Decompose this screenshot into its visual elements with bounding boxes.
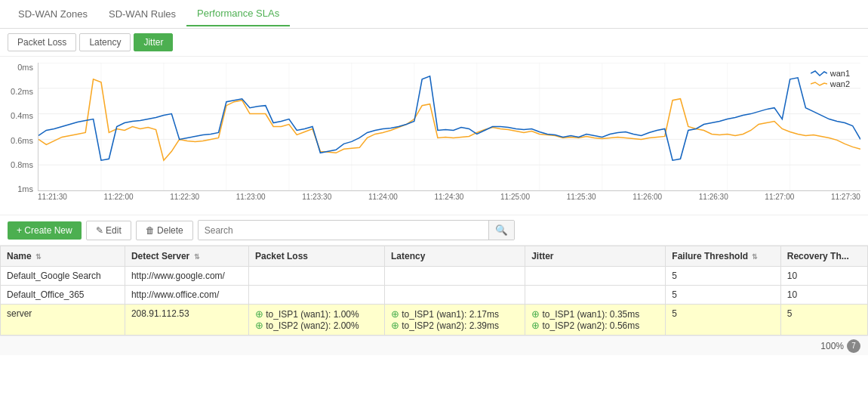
cell-name-3: server bbox=[1, 305, 125, 336]
x-label-4: 11:23:30 bbox=[302, 193, 331, 201]
col-recovery-threshold: Recovery Th... bbox=[780, 246, 867, 267]
chart-svg bbox=[38, 63, 860, 190]
col-failure-threshold: Failure Threshold ⇅ bbox=[666, 246, 780, 267]
search-input[interactable] bbox=[199, 221, 488, 240]
bottom-bar: 100% 7 bbox=[0, 336, 868, 355]
cell-jitter-3: ⊕ to_ISP1 (wan1): 0.35ms ⊕ to_ISP2 (wan2… bbox=[525, 305, 666, 336]
up-icon-1: ⊕ bbox=[255, 308, 263, 320]
legend-wan1-label: wan1 bbox=[830, 69, 850, 78]
y-label-02ms: 0.2ms bbox=[11, 87, 33, 96]
tab-latency[interactable]: Latency bbox=[79, 33, 131, 51]
legend-wan2-label: wan2 bbox=[830, 79, 850, 88]
data-table-wrap: Name ⇅ Detect Server ⇅ Packet Loss Laten… bbox=[0, 246, 868, 336]
x-label-3: 11:23:00 bbox=[236, 193, 266, 201]
y-label-1ms: 1ms bbox=[17, 184, 33, 193]
col-packet-loss: Packet Loss bbox=[248, 246, 384, 267]
x-label-7: 11:25:00 bbox=[500, 193, 530, 201]
table-header-row: Name ⇅ Detect Server ⇅ Packet Loss Laten… bbox=[1, 246, 868, 267]
cell-recovery-1: 10 bbox=[780, 267, 867, 286]
x-label-10: 11:26:30 bbox=[699, 193, 728, 201]
cell-name-1: Default_Google Search bbox=[1, 267, 125, 286]
cell-recovery-3: 5 bbox=[780, 305, 867, 336]
cell-failure-2: 5 bbox=[666, 286, 780, 305]
tab-jitter[interactable]: Jitter bbox=[134, 33, 173, 51]
cell-detect-server-2: http://www.office.com/ bbox=[125, 286, 248, 305]
table-row: Default_Office_365 http://www.office.com… bbox=[1, 286, 868, 305]
cell-name-2: Default_Office_365 bbox=[1, 286, 125, 305]
up-icon-3: ⊕ bbox=[391, 308, 399, 320]
y-label-08ms: 0.8ms bbox=[11, 160, 33, 169]
data-table: Name ⇅ Detect Server ⇅ Packet Loss Laten… bbox=[0, 246, 868, 336]
cell-latency-2 bbox=[384, 286, 525, 305]
cell-failure-3: 5 bbox=[666, 305, 780, 336]
cell-packet-loss-2 bbox=[248, 286, 384, 305]
up-icon-5: ⊕ bbox=[531, 308, 540, 320]
up-icon-6: ⊕ bbox=[531, 320, 540, 331]
y-label-06ms: 0.6ms bbox=[11, 136, 33, 145]
nav-performance-slas[interactable]: Performance SLAs bbox=[186, 2, 290, 26]
x-label-0: 11:21:30 bbox=[38, 193, 67, 201]
col-detect-server: Detect Server ⇅ bbox=[125, 246, 248, 267]
cell-latency-1 bbox=[384, 267, 525, 286]
chart-area: wan1 wan2 bbox=[38, 63, 860, 191]
cell-detect-server-3: 208.91.112.53 bbox=[125, 305, 248, 336]
packet-loss-isp1: ⊕ to_ISP1 (wan1): 1.00% bbox=[255, 308, 378, 320]
cell-packet-loss-1 bbox=[248, 267, 384, 286]
cell-latency-3: ⊕ to_ISP1 (wan1): 2.17ms ⊕ to_ISP2 (wan2… bbox=[384, 305, 525, 336]
create-new-button[interactable]: + Create New bbox=[8, 221, 82, 240]
table-row: Default_Google Search http://www.google.… bbox=[1, 267, 868, 286]
col-jitter: Jitter bbox=[525, 246, 666, 267]
sort-icon-detect: ⇅ bbox=[194, 253, 200, 261]
x-label-1: 11:22:00 bbox=[104, 193, 134, 201]
cell-recovery-2: 10 bbox=[780, 286, 867, 305]
delete-button[interactable]: 🗑 Delete bbox=[136, 221, 193, 240]
chart-legend: wan1 wan2 bbox=[811, 69, 850, 90]
chart-x-axis: 11:21:30 11:22:00 11:22:30 11:23:00 11:2… bbox=[38, 193, 860, 201]
cell-jitter-1 bbox=[525, 267, 666, 286]
latency-isp1: ⊕ to_ISP1 (wan1): 2.17ms bbox=[391, 308, 519, 320]
zoom-badge: 7 bbox=[847, 339, 860, 353]
x-label-6: 11:24:30 bbox=[434, 193, 463, 201]
y-label-0ms: 0ms bbox=[17, 63, 33, 72]
cell-jitter-2 bbox=[525, 286, 666, 305]
sort-icon-failure: ⇅ bbox=[752, 253, 758, 261]
chart-y-axis: 1ms 0.8ms 0.6ms 0.4ms 0.2ms 0ms bbox=[0, 63, 36, 193]
x-label-12: 11:27:30 bbox=[831, 193, 860, 201]
search-button[interactable]: 🔍 bbox=[488, 221, 514, 240]
col-name: Name ⇅ bbox=[1, 246, 125, 267]
cell-detect-server-1: http://www.google.com/ bbox=[125, 267, 248, 286]
chart-container: 1ms 0.8ms 0.6ms 0.4ms 0.2ms 0ms bbox=[0, 57, 868, 215]
x-label-9: 11:26:00 bbox=[633, 193, 662, 201]
nav-sd-wan-zones[interactable]: SD-WAN Zones bbox=[8, 2, 98, 26]
table-row-highlighted: server 208.91.112.53 ⊕ to_ISP1 (wan1): 1… bbox=[1, 305, 868, 336]
edit-button[interactable]: ✎ Edit bbox=[86, 221, 131, 240]
sort-icon-name: ⇅ bbox=[35, 253, 42, 261]
legend-wan1: wan1 bbox=[811, 69, 850, 78]
x-label-8: 11:25:30 bbox=[567, 193, 596, 201]
jitter-isp1: ⊕ to_ISP1 (wan1): 0.35ms bbox=[531, 308, 659, 320]
tab-packet-loss[interactable]: Packet Loss bbox=[8, 33, 76, 51]
up-icon-2: ⊕ bbox=[255, 320, 263, 331]
y-label-04ms: 0.4ms bbox=[11, 111, 33, 120]
search-box: 🔍 bbox=[198, 220, 515, 240]
toolbar: + Create New ✎ Edit 🗑 Delete 🔍 bbox=[0, 215, 868, 246]
cell-failure-1: 5 bbox=[666, 267, 780, 286]
top-nav: SD-WAN Zones SD-WAN Rules Performance SL… bbox=[0, 0, 868, 29]
col-latency: Latency bbox=[384, 246, 525, 267]
x-label-2: 11:22:30 bbox=[170, 193, 199, 201]
latency-isp2: ⊕ to_ISP2 (wan2): 2.39ms bbox=[391, 320, 519, 331]
search-icon: 🔍 bbox=[495, 224, 508, 236]
zoom-level: 100% bbox=[820, 341, 844, 351]
nav-sd-wan-rules[interactable]: SD-WAN Rules bbox=[98, 2, 186, 26]
tab-bar: Packet Loss Latency Jitter bbox=[0, 29, 868, 57]
legend-wan2: wan2 bbox=[811, 79, 850, 88]
jitter-isp2: ⊕ to_ISP2 (wan2): 0.56ms bbox=[531, 320, 659, 331]
cell-packet-loss-3: ⊕ to_ISP1 (wan1): 1.00% ⊕ to_ISP2 (wan2)… bbox=[248, 305, 384, 336]
up-icon-4: ⊕ bbox=[391, 320, 399, 331]
x-label-5: 11:24:00 bbox=[368, 193, 398, 201]
x-label-11: 11:27:00 bbox=[765, 193, 794, 201]
packet-loss-isp2: ⊕ to_ISP2 (wan2): 2.00% bbox=[255, 320, 378, 331]
